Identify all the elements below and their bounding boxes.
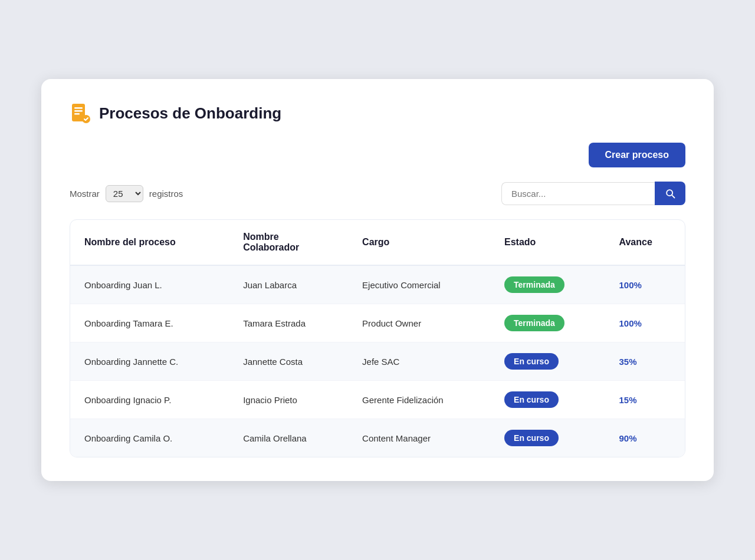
cell-proceso: Onboarding Jannette C.: [70, 342, 229, 381]
cell-avance: 35%: [605, 342, 685, 381]
cell-proceso: Onboarding Ignacio P.: [70, 381, 229, 419]
table-row[interactable]: Onboarding Juan L.Juan LabarcaEjecutivo …: [70, 265, 685, 304]
col-avance: Avance: [605, 220, 685, 265]
svg-rect-3: [74, 113, 80, 115]
cell-cargo: Ejecutivo Comercial: [348, 265, 490, 304]
status-badge: En curso: [504, 391, 559, 408]
col-estado: Estado: [490, 220, 605, 265]
cell-proceso: Onboarding Tamara E.: [70, 304, 229, 342]
cell-colaborador: Jannette Costa: [229, 342, 348, 381]
search-button[interactable]: [655, 182, 685, 205]
cell-colaborador: Juan Labarca: [229, 265, 348, 304]
controls: Mostrar 25 10 50 100 registros: [70, 182, 685, 205]
status-badge: En curso: [504, 353, 559, 370]
status-badge: En curso: [504, 430, 559, 446]
cell-estado: En curso: [490, 381, 605, 419]
cell-cargo: Jefe SAC: [348, 342, 490, 381]
header: Procesos de Onboarding: [70, 103, 685, 124]
table-body: Onboarding Juan L.Juan LabarcaEjecutivo …: [70, 265, 685, 457]
cell-cargo: Product Owner: [348, 304, 490, 342]
svg-rect-1: [74, 107, 83, 109]
col-cargo: Cargo: [348, 220, 490, 265]
cell-avance: 15%: [605, 381, 685, 419]
page-icon: [70, 103, 91, 124]
entries-label: registros: [149, 189, 183, 199]
show-entries: Mostrar 25 10 50 100 registros: [70, 185, 183, 202]
table-row[interactable]: Onboarding Ignacio P.Ignacio PrietoGeren…: [70, 381, 685, 419]
processes-table: Nombre del proceso NombreColaborador Car…: [70, 220, 685, 457]
cell-cargo: Gerente Fidelización: [348, 381, 490, 419]
cell-estado: Terminada: [490, 304, 605, 342]
cell-colaborador: Camila Orellana: [229, 419, 348, 457]
table-row[interactable]: Onboarding Jannette C.Jannette CostaJefe…: [70, 342, 685, 381]
status-badge: Terminada: [504, 315, 564, 331]
toolbar: Crear proceso: [70, 143, 685, 167]
cell-proceso: Onboarding Juan L.: [70, 265, 229, 304]
cell-cargo: Content Manager: [348, 419, 490, 457]
svg-rect-2: [74, 110, 83, 112]
cell-proceso: Onboarding Camila O.: [70, 419, 229, 457]
cell-estado: Terminada: [490, 265, 605, 304]
cell-avance: 100%: [605, 304, 685, 342]
col-proceso: Nombre del proceso: [70, 220, 229, 265]
cell-colaborador: Ignacio Prieto: [229, 381, 348, 419]
table-container: Nombre del proceso NombreColaborador Car…: [70, 219, 685, 457]
create-process-button[interactable]: Crear proceso: [589, 143, 686, 167]
table-row[interactable]: Onboarding Camila O.Camila OrellanaConte…: [70, 419, 685, 457]
status-badge: Terminada: [504, 276, 564, 293]
col-colaborador: NombreColaborador: [229, 220, 348, 265]
main-card: Procesos de Onboarding Crear proceso Mos…: [41, 79, 714, 481]
search-icon: [664, 187, 676, 199]
cell-colaborador: Tamara Estrada: [229, 304, 348, 342]
cell-estado: En curso: [490, 342, 605, 381]
table-header: Nombre del proceso NombreColaborador Car…: [70, 220, 685, 265]
show-label: Mostrar: [70, 189, 100, 199]
cell-avance: 90%: [605, 419, 685, 457]
cell-estado: En curso: [490, 419, 605, 457]
search-input[interactable]: [501, 182, 655, 205]
entries-select[interactable]: 25 10 50 100: [106, 185, 143, 202]
search-box: [501, 182, 685, 205]
page-title: Procesos de Onboarding: [99, 104, 281, 123]
cell-avance: 100%: [605, 265, 685, 304]
table-row[interactable]: Onboarding Tamara E.Tamara EstradaProduc…: [70, 304, 685, 342]
